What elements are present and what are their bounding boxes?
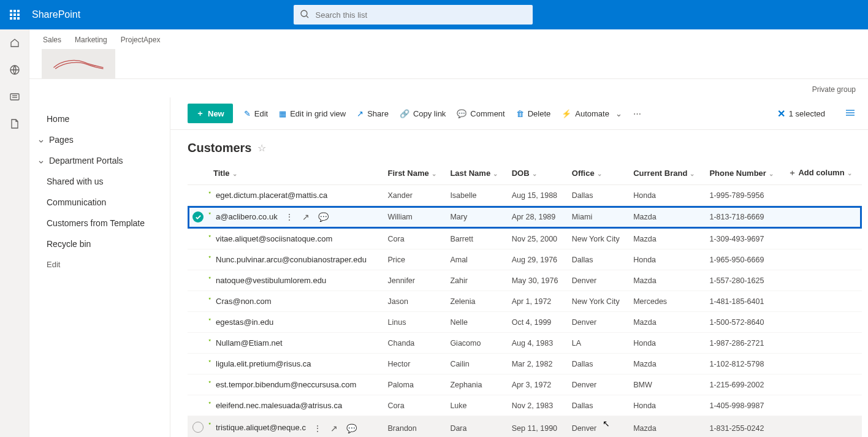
column-header-lastname[interactable]: Last Name⌄ (445, 161, 506, 185)
cell-dob: Aug 15, 1988 (507, 185, 567, 206)
view-options-button[interactable] (845, 108, 856, 119)
title-text: eget.dictum.placerat@mattis.ca (216, 191, 327, 200)
row-more-icon[interactable]: ⋮ (313, 424, 322, 433)
row-select[interactable] (188, 206, 208, 229)
title-text: eleifend.nec.malesuada@atrisus.ca (216, 401, 342, 410)
row-select[interactable] (188, 333, 208, 354)
cell-title[interactable]: ⭑eget.dictum.placerat@mattis.ca (208, 185, 383, 206)
table-row[interactable]: ⭑eget.dictum.placerat@mattis.caXanderIsa… (188, 185, 862, 206)
table-row[interactable]: ⭑Cras@non.comJasonZeleniaApr 1, 1972New … (188, 291, 862, 312)
title-text: ligula.elit.pretium@risus.ca (216, 359, 311, 368)
site-logo[interactable] (42, 49, 115, 78)
cell-title[interactable]: ⭑a@aclibero.co.uk⋮↗💬 (208, 206, 383, 229)
nav-edit[interactable]: Edit (29, 254, 170, 275)
delete-button[interactable]: 🗑Delete (516, 109, 551, 118)
nav-pages[interactable]: Pages (29, 129, 170, 150)
column-header-phone[interactable]: Phone Number⌄ (704, 161, 783, 185)
cell-lastname: Dara (445, 416, 506, 438)
table-row[interactable]: ⭑eleifend.nec.malesuada@atrisus.caCoraLu… (188, 395, 862, 416)
cell-title[interactable]: ⭑vitae.aliquet@sociisnatoque.com (208, 229, 383, 249)
cell-title[interactable]: ⭑Cras@non.com (208, 291, 383, 312)
title-text: Nunc.pulvinar.arcu@conubianostraper.edu (216, 255, 367, 264)
table-row[interactable]: ⭑tristique.aliquet@neque.c⋮↗💬BrandonDara… (188, 416, 862, 438)
row-select[interactable] (188, 354, 208, 374)
new-button[interactable]: ＋ New (188, 104, 233, 123)
table-row[interactable]: ⭑est.tempor.bibendum@neccursusa.comPalom… (188, 374, 862, 395)
share-button[interactable]: ↗Share (357, 109, 389, 118)
tab-sales[interactable]: Sales (43, 34, 61, 45)
site-header: Sales Marketing ProjectApex (29, 29, 868, 79)
app-launcher-icon[interactable] (0, 0, 29, 29)
comment-button[interactable]: 💬Comment (457, 109, 504, 118)
home-icon[interactable] (9, 37, 21, 49)
row-share-icon[interactable]: ↗ (330, 424, 338, 433)
globe-icon[interactable] (9, 64, 21, 76)
favorite-star-icon[interactable]: ☆ (257, 142, 266, 154)
tab-marketing[interactable]: Marketing (75, 34, 107, 45)
column-header-brand[interactable]: Current Brand⌄ (628, 161, 704, 185)
cell-title[interactable]: ⭑Nunc.pulvinar.arcu@conubianostraper.edu (208, 249, 383, 270)
clear-selection-button[interactable]: ✕ (777, 108, 785, 120)
title-text: a@aclibero.co.uk (216, 212, 278, 221)
column-header-firstname[interactable]: First Name⌄ (383, 161, 446, 185)
row-select[interactable] (188, 291, 208, 312)
new-item-icon: ⭑ (208, 420, 211, 427)
more-actions-button[interactable]: ⋯ (633, 109, 642, 118)
row-select[interactable] (188, 395, 208, 416)
news-icon[interactable] (9, 91, 21, 103)
edit-button[interactable]: ✎Edit (244, 109, 268, 118)
cell-dob: Oct 4, 1999 (507, 312, 567, 333)
row-comment-icon[interactable]: 💬 (318, 212, 329, 222)
table-row[interactable]: ⭑natoque@vestibulumlorem.eduJenniferZahi… (188, 270, 862, 291)
column-header-office[interactable]: Office⌄ (567, 161, 628, 185)
site-tabs: Sales Marketing ProjectApex (42, 34, 856, 45)
cell-title[interactable]: ⭑est.tempor.bibendum@neccursusa.com (208, 374, 383, 395)
column-header-dob[interactable]: DOB⌄ (507, 161, 567, 185)
row-select[interactable] (188, 229, 208, 249)
cell-title[interactable]: ⭑tristique.aliquet@neque.c⋮↗💬 (208, 416, 383, 438)
edit-grid-button[interactable]: ▦Edit in grid view (279, 109, 346, 118)
row-select[interactable] (188, 249, 208, 270)
cell-title[interactable]: ⭑natoque@vestibulumlorem.edu (208, 270, 383, 291)
cell-title[interactable]: ⭑egestas@in.edu (208, 312, 383, 333)
row-select[interactable] (188, 416, 208, 438)
command-bar: ＋ New ✎Edit ▦Edit in grid view ↗Share 🔗C… (170, 97, 868, 130)
files-icon[interactable] (9, 118, 21, 130)
table-row[interactable]: ⭑ligula.elit.pretium@risus.caHectorCaili… (188, 354, 862, 374)
cell-brand: Mazda (628, 312, 704, 333)
row-select[interactable] (188, 270, 208, 291)
column-header-select[interactable] (188, 161, 208, 185)
nav-customers-template[interactable]: Customers from Template (29, 213, 170, 234)
row-more-icon[interactable]: ⋮ (285, 212, 294, 222)
row-select[interactable] (188, 185, 208, 206)
add-column-button[interactable]: ＋ Add column⌄ (783, 161, 862, 185)
copy-link-button[interactable]: 🔗Copy link (400, 109, 446, 118)
cell-title[interactable]: ⭑ligula.elit.pretium@risus.ca (208, 354, 383, 374)
cell-title[interactable]: ⭑Nullam@Etiam.net (208, 333, 383, 354)
table-row[interactable]: ⭑a@aclibero.co.uk⋮↗💬WilliamMaryApr 28, 1… (188, 206, 862, 229)
row-select[interactable] (188, 374, 208, 395)
search-input[interactable] (314, 10, 527, 20)
nav-communication[interactable]: Communication (29, 192, 170, 213)
row-select[interactable] (188, 312, 208, 333)
nav-recycle-bin[interactable]: Recycle bin (29, 234, 170, 254)
column-header-title[interactable]: Title⌄ (208, 161, 383, 185)
delete-icon: 🗑 (516, 109, 524, 118)
automate-button[interactable]: ⚡Automate⌄ (562, 109, 622, 118)
cell-title[interactable]: ⭑eleifend.nec.malesuada@atrisus.ca (208, 395, 383, 416)
table-row[interactable]: ⭑Nunc.pulvinar.arcu@conubianostraper.edu… (188, 249, 862, 270)
nav-shared-with-us[interactable]: Shared with us (29, 171, 170, 192)
app-name[interactable]: SharePoint (32, 9, 80, 20)
table-row[interactable]: ⭑egestas@in.eduLinusNelleOct 4, 1999Denv… (188, 312, 862, 333)
table-row[interactable]: ⭑vitae.aliquet@sociisnatoque.comCoraBarr… (188, 229, 862, 249)
edit-icon: ✎ (244, 109, 251, 118)
nav-department-portals[interactable]: Department Portals (29, 150, 170, 171)
nav-home[interactable]: Home (29, 108, 170, 129)
tab-projectapex[interactable]: ProjectApex (121, 34, 161, 45)
table-row[interactable]: ⭑Nullam@Etiam.netChandaGiacomoAug 4, 198… (188, 333, 862, 354)
row-comment-icon[interactable]: 💬 (346, 424, 357, 433)
cell-firstname: Price (383, 249, 446, 270)
search-box[interactable] (294, 5, 533, 25)
new-item-icon: ⭑ (208, 232, 211, 240)
row-share-icon[interactable]: ↗ (302, 212, 310, 222)
